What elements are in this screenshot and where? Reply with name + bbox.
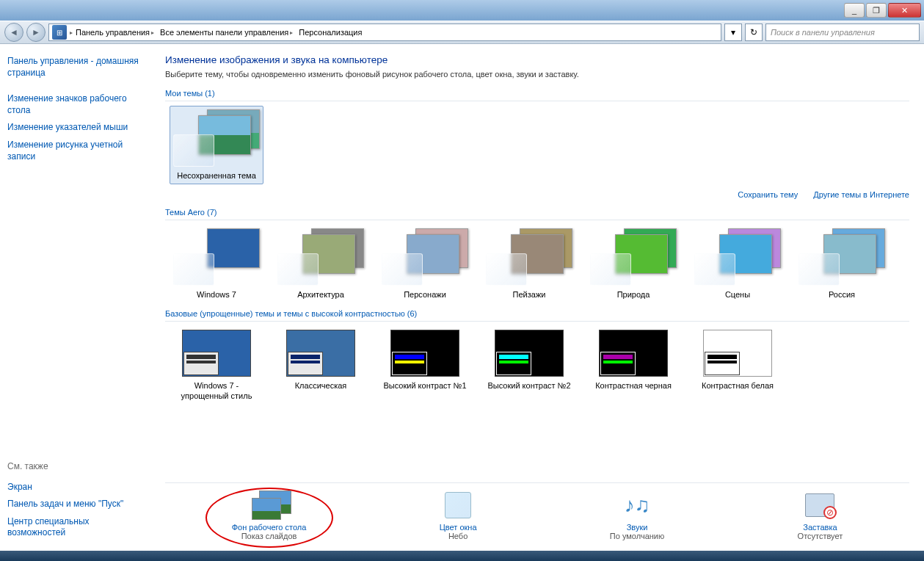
maximize-button[interactable]: ❐ [866,3,887,18]
see-also-header: См. также [7,461,143,471]
my-themes-label: Мои темы (1) [165,86,909,101]
forward-button[interactable]: ► [26,23,46,42]
setting-window-color[interactable]: Цвет окна Небо [440,491,477,540]
setting-desktop-background[interactable]: Фон рабочего стола Показ слайдов [232,491,307,540]
screensaver-icon: ⊘ [802,491,837,520]
theme-russia[interactable]: Россия [795,225,889,303]
setting-sounds[interactable]: ♪♫ Звуки По умолчанию [610,491,664,540]
dropdown-button[interactable]: ▾ [724,23,742,41]
theme-scenes[interactable]: Сцены [691,225,785,303]
more-themes-link[interactable]: Другие темы в Интернете [813,190,909,199]
page-subtext: Выберите тему, чтобы одновременно измени… [165,70,909,79]
sounds-icon: ♪♫ [619,491,655,520]
crumb-control-panel[interactable]: Панель управления ▸ [73,28,157,37]
sidebar-desktop-icons[interactable]: Изменение значков рабочего стола [7,93,143,116]
theme-label: Несохраненная тема [173,171,260,181]
refresh-button[interactable]: ↻ [745,23,763,41]
sidebar-home[interactable]: Панель управления - домашняя страница [7,56,139,78]
sidebar-ease-of-access[interactable]: Центр специальных возможностей [7,516,143,539]
theme-win7-basic[interactable]: Windows 7 - упрощенный стиль [170,326,263,404]
theme-classic[interactable]: Классическая [274,326,368,404]
search-input[interactable]: Поиск в панели управления [765,23,920,41]
sidebar: Панель управления - домашняя страница Из… [0,44,150,551]
navbar: ◄ ► ⊞ ▸ Панель управления ▸ Все элементы… [0,21,924,44]
sidebar-display[interactable]: Экран [7,482,143,493]
theme-hc1[interactable]: Высокий контраст №1 [378,326,472,404]
background-icon [247,491,291,520]
setting-screensaver[interactable]: ⊘ Заставка Отсутствует [798,491,843,540]
crumb-all-items[interactable]: Все элементы панели управления ▸ [157,28,296,37]
color-icon [440,491,476,520]
taskbar-edge [0,551,924,561]
back-button[interactable]: ◄ [4,23,23,42]
sidebar-mouse-pointers[interactable]: Изменение указателей мыши [7,122,143,134]
sidebar-taskbar[interactable]: Панель задач и меню "Пуск" [7,499,143,510]
crumb-personalization[interactable]: Персонализация [296,28,365,37]
aero-themes-label: Темы Aero (7) [165,205,909,220]
theme-windows7[interactable]: Windows 7 [170,225,263,303]
titlebar: _ ❐ ✕ [0,0,924,21]
save-theme-link[interactable]: Сохранить тему [738,190,798,199]
address-bar[interactable]: ⊞ ▸ Панель управления ▸ Все элементы пан… [48,23,721,41]
sidebar-account-picture[interactable]: Изменение рисунка учетной записи [7,140,143,162]
theme-nature[interactable]: Природа [586,225,680,303]
settings-bar: Фон рабочего стола Показ слайдов Цвет ок… [165,482,909,543]
theme-hc-black[interactable]: Контрастная черная [586,326,680,404]
theme-hc-white[interactable]: Контрастная белая [691,326,785,404]
theme-landscapes[interactable]: Пейзажи [482,225,576,303]
theme-unsaved[interactable]: Несохраненная тема [170,106,263,184]
minimize-button[interactable]: _ [844,3,865,18]
theme-architecture[interactable]: Архитектура [274,225,368,303]
basic-themes-label: Базовые (упрощенные) темы и темы с высок… [165,306,909,322]
theme-characters[interactable]: Персонажи [378,225,472,303]
theme-hc2[interactable]: Высокий контраст №2 [482,326,576,404]
page-heading: Изменение изображения и звука на компьют… [165,54,909,65]
close-button[interactable]: ✕ [888,3,921,18]
content-area: Изменение изображения и звука на компьют… [150,44,924,551]
control-panel-icon: ⊞ [52,25,67,40]
